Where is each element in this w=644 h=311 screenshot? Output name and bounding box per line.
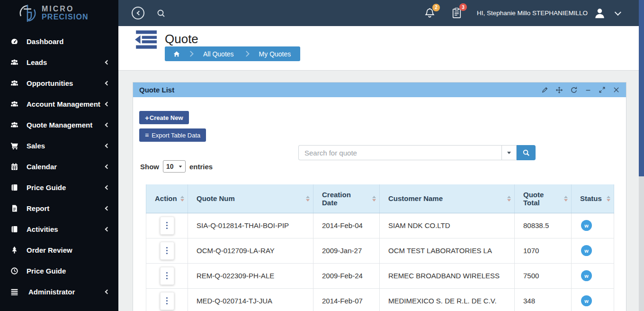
breadcrumb: All Quotes My Quotes xyxy=(165,46,300,61)
refresh-icon[interactable] xyxy=(570,86,578,94)
sidebar-item-label: Report xyxy=(27,204,49,212)
sidebar-item-calendar[interactable]: Calendar xyxy=(0,156,118,177)
column-header-action[interactable]: Action xyxy=(146,184,188,213)
sidebar-item-label: Price Guide xyxy=(27,183,66,192)
sort-icon xyxy=(372,196,376,201)
search-group xyxy=(298,145,536,160)
sidebar-item-quote-management[interactable]: Quote Management xyxy=(0,114,118,135)
row-actions-button[interactable] xyxy=(160,292,174,310)
sidebar-item-opportunities[interactable]: Opportunities xyxy=(0,73,118,93)
close-icon[interactable] xyxy=(613,86,620,93)
search-submit-button[interactable] xyxy=(517,145,536,160)
creation-date-cell: 2009-Feb-24 xyxy=(313,263,380,288)
sidebar-item-price-guide-2[interactable]: Price Guide xyxy=(0,260,118,281)
customer-name-cell: MEDIMEXICO S. DE R.L. DE C.V. xyxy=(380,288,515,311)
book-icon xyxy=(10,183,18,192)
plus-icon: + xyxy=(145,114,149,122)
tree-icon xyxy=(10,246,18,254)
scrollbar-thumb[interactable] xyxy=(639,0,644,176)
quotes-table: Action Quote Num Creation Date Customer … xyxy=(146,184,614,311)
column-header-quote-total[interactable]: Quote Total xyxy=(515,184,572,213)
export-table-data-button[interactable]: ≡Export Table Data xyxy=(139,128,206,142)
status-badge: w xyxy=(581,295,592,306)
show-label: Show xyxy=(140,163,159,171)
edit-icon[interactable] xyxy=(541,86,548,93)
notifications-button[interactable]: 2 xyxy=(424,7,436,19)
chevron-left-icon xyxy=(105,164,110,169)
caret-down-icon xyxy=(179,165,182,167)
users-icon xyxy=(10,58,18,66)
main-content: Quote List +Create New ≡Export Table Dat… xyxy=(118,71,644,311)
sidebar-item-label: Quote Management xyxy=(27,121,92,129)
chevron-left-icon xyxy=(105,81,110,85)
panel-title: Quote List xyxy=(139,86,174,94)
entries-per-page-select[interactable]: 10 xyxy=(163,160,186,173)
chevron-left-icon xyxy=(105,101,110,106)
sidebar-item-dashboard[interactable]: Dashboard xyxy=(0,31,118,52)
user-menu-button[interactable] xyxy=(593,7,606,19)
cart-icon xyxy=(10,142,18,150)
sidebar-item-label: Order Review xyxy=(27,246,72,254)
chevron-left-icon xyxy=(105,289,110,294)
sort-icon xyxy=(306,196,310,201)
status-badge: w xyxy=(581,245,592,256)
sidebar-item-order-review[interactable]: Order Review xyxy=(0,239,118,260)
quote-num-cell: MED-Q-020714-TJ-JUA xyxy=(188,288,313,311)
tasks-button[interactable]: 3 xyxy=(451,7,463,19)
row-actions-button[interactable] xyxy=(160,217,174,235)
sort-icon xyxy=(507,196,511,201)
search-input[interactable] xyxy=(298,145,501,160)
file-icon xyxy=(10,204,18,212)
sidebar-item-label: Opportunities xyxy=(27,79,73,87)
page-header: Quote All Quotes My Quotes xyxy=(118,26,644,71)
topbar-search-button[interactable] xyxy=(156,8,166,18)
chevron-left-icon xyxy=(137,11,142,16)
column-header-quote-num[interactable]: Quote Num xyxy=(188,184,313,213)
page-title: Quote xyxy=(165,32,198,46)
column-header-customer-name[interactable]: Customer Name xyxy=(380,184,515,213)
quote-num-cell: SIA-Q-012814-THAI-BOI-PIP xyxy=(188,213,313,238)
brand-name-top: MICRO xyxy=(42,5,89,13)
sidebar-item-label: Account Management xyxy=(27,100,100,108)
chevron-left-icon xyxy=(105,227,110,231)
breadcrumb-all-quotes[interactable]: All Quotes xyxy=(194,50,243,58)
page-scrollbar[interactable] xyxy=(639,0,644,311)
table-row: SIA-Q-012814-THAI-BOI-PIP 2014-Feb-04 SI… xyxy=(146,213,614,238)
calendar-icon xyxy=(10,163,18,171)
sidebar-item-leads[interactable]: Leads xyxy=(0,52,118,73)
sidebar-menu: Dashboard Leads Opportunities Account Ma… xyxy=(0,31,118,302)
quote-total-cell: 80838.5 xyxy=(515,213,572,238)
expand-icon[interactable] xyxy=(599,86,606,93)
column-header-status[interactable]: Status xyxy=(572,184,614,213)
sidebar-item-activities[interactable]: Activities xyxy=(0,219,118,239)
search-options-dropdown[interactable] xyxy=(501,145,517,160)
clock-icon xyxy=(10,267,18,275)
chevron-left-icon xyxy=(105,60,110,64)
sidebar-item-price-guide[interactable]: Price Guide xyxy=(0,177,118,198)
column-header-creation-date[interactable]: Creation Date xyxy=(313,184,380,213)
sidebar-item-account-management[interactable]: Account Management xyxy=(0,93,118,114)
quote-num-cell: REM-Q-022309-PH-ALE xyxy=(188,263,313,288)
row-actions-button[interactable] xyxy=(160,242,174,260)
panel-header: Quote List xyxy=(133,82,626,97)
breadcrumb-my-quotes[interactable]: My Quotes xyxy=(250,50,301,58)
creation-date-cell: 2009-Jan-27 xyxy=(313,238,380,263)
create-new-button[interactable]: +Create New xyxy=(139,111,189,124)
user-greeting: HI, Stephanie Millo STEPHANIEMILLO xyxy=(477,9,588,17)
sidebar-item-report[interactable]: Report xyxy=(0,198,118,219)
sidebar-item-sales[interactable]: Sales xyxy=(0,135,118,156)
row-actions-button[interactable] xyxy=(160,267,174,285)
tasks-count-badge: 3 xyxy=(459,3,467,11)
home-icon xyxy=(173,50,180,58)
sidebar-item-administrator[interactable]: Administrator xyxy=(0,281,118,302)
breadcrumb-home[interactable] xyxy=(165,50,188,58)
back-button[interactable] xyxy=(132,7,144,19)
avatar-icon xyxy=(593,7,606,19)
minimize-icon[interactable] xyxy=(585,87,591,93)
status-badge: w xyxy=(581,270,592,281)
brand-logo[interactable]: MICRO PRECISION xyxy=(0,0,118,26)
move-icon[interactable] xyxy=(555,86,563,94)
chevron-down-icon[interactable] xyxy=(615,9,621,15)
sidebar-collapse-icon[interactable] xyxy=(134,30,157,50)
table-row: MED-Q-020714-TJ-JUA 2014-Feb-07 MEDIMEXI… xyxy=(146,288,614,311)
